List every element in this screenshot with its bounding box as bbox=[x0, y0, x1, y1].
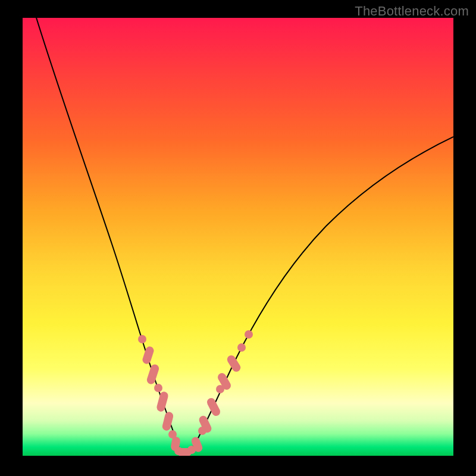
svg-rect-14 bbox=[205, 397, 221, 418]
svg-point-19 bbox=[245, 330, 253, 339]
svg-rect-2 bbox=[146, 364, 160, 386]
svg-rect-1 bbox=[142, 346, 155, 365]
valley-markers bbox=[174, 446, 196, 456]
svg-rect-17 bbox=[226, 354, 242, 374]
bottleneck-curve-svg bbox=[23, 18, 453, 456]
watermark-text: TheBottleneck.com bbox=[355, 4, 469, 19]
svg-point-0 bbox=[138, 335, 146, 343]
svg-point-18 bbox=[237, 343, 246, 352]
plot-area bbox=[23, 18, 453, 456]
bottleneck-curve-path bbox=[35, 18, 453, 453]
svg-rect-4 bbox=[156, 391, 169, 412]
chart-stage: TheBottleneck.com bbox=[0, 0, 476, 476]
svg-point-3 bbox=[154, 384, 162, 392]
